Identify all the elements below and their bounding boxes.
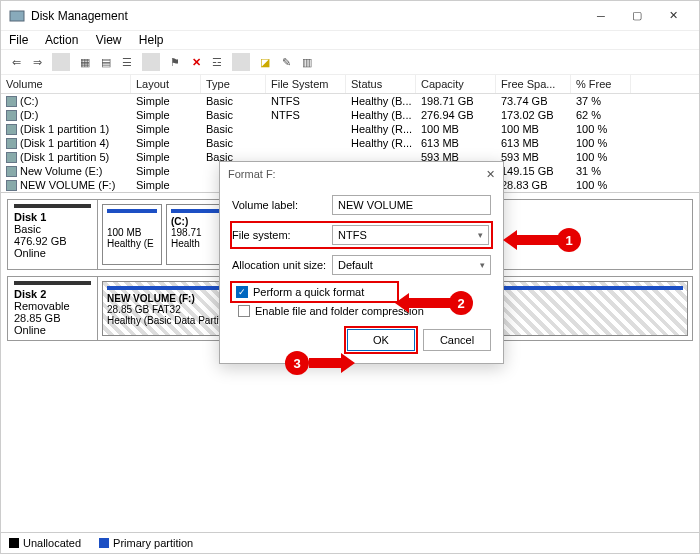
file-system-label: File system: <box>232 229 332 241</box>
menu-help[interactable]: Help <box>139 33 164 47</box>
compression-label: Enable file and folder compression <box>255 305 424 317</box>
app-icon <box>9 8 25 24</box>
volume-label-input[interactable]: NEW VOLUME <box>332 195 491 215</box>
cancel-button[interactable]: Cancel <box>423 329 491 351</box>
yellow-icon[interactable]: ◪ <box>256 53 274 71</box>
volume-label-label: Volume label: <box>232 199 332 211</box>
table-row[interactable]: (Disk 1 partition 1)SimpleBasicHealthy (… <box>1 122 699 136</box>
allocation-select[interactable]: Default▾ <box>332 255 491 275</box>
allocation-label: Allocation unit size: <box>232 259 332 271</box>
maximize-button[interactable]: ▢ <box>619 2 655 30</box>
file-system-select[interactable]: NTFS▾ <box>332 225 489 245</box>
menu-action[interactable]: Action <box>45 33 78 47</box>
partition[interactable]: 100 MBHealthy (E <box>102 204 162 265</box>
props-icon[interactable]: ☲ <box>208 53 226 71</box>
list-icon[interactable]: ☰ <box>118 53 136 71</box>
menu-view[interactable]: View <box>96 33 122 47</box>
delete-icon[interactable]: ✕ <box>187 53 205 71</box>
flag-icon[interactable]: ⚑ <box>166 53 184 71</box>
table-row[interactable]: (D:)SimpleBasicNTFSHealthy (B...276.94 G… <box>1 108 699 122</box>
edit-icon[interactable]: ✎ <box>277 53 295 71</box>
dialog-title: Format F: <box>228 168 486 181</box>
table-row[interactable]: (Disk 1 partition 4)SimpleBasicHealthy (… <box>1 136 699 150</box>
svg-rect-0 <box>10 11 24 21</box>
refresh-icon[interactable]: ▤ <box>97 53 115 71</box>
compression-checkbox[interactable] <box>238 305 250 317</box>
legend-primary: Primary partition <box>99 537 193 549</box>
chevron-down-icon: ▾ <box>480 260 485 270</box>
dialog-close-icon[interactable]: ✕ <box>486 168 495 181</box>
close-button[interactable]: ✕ <box>655 2 691 30</box>
quick-format-checkbox[interactable]: ✓ <box>236 286 248 298</box>
window-title: Disk Management <box>31 9 583 23</box>
volume-table-header: Volume Layout Type File System Status Ca… <box>1 75 699 94</box>
minimize-button[interactable]: ─ <box>583 2 619 30</box>
chevron-down-icon: ▾ <box>478 230 483 240</box>
format-dialog: Format F: ✕ Volume label: NEW VOLUME Fil… <box>219 161 504 364</box>
back-icon[interactable]: ⇐ <box>7 53 25 71</box>
forward-icon[interactable]: ⇒ <box>28 53 46 71</box>
quick-format-label: Perform a quick format <box>253 286 364 298</box>
ok-button[interactable]: OK <box>347 329 415 351</box>
sheet-icon[interactable]: ▥ <box>298 53 316 71</box>
legend-unallocated: Unallocated <box>9 537 81 549</box>
menu-file[interactable]: File <box>9 33 28 47</box>
table-row[interactable]: (C:)SimpleBasicNTFSHealthy (B...198.71 G… <box>1 94 699 108</box>
tool-icon[interactable]: ▦ <box>76 53 94 71</box>
